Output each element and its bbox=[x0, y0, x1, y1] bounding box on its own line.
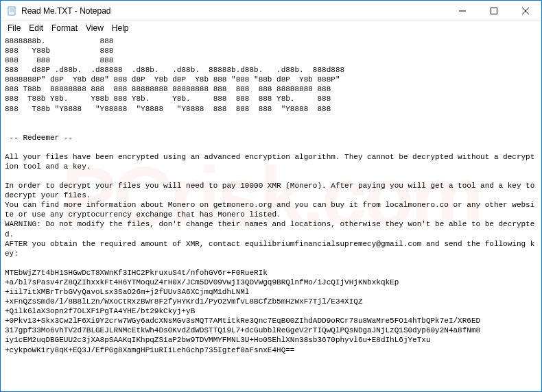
svg-rect-0 bbox=[8, 7, 15, 15]
menu-bar: File Edit Format View Help bbox=[1, 21, 541, 35]
paragraph-warning: WARNING: Do not modify the files, don't … bbox=[5, 220, 534, 238]
maximize-button[interactable] bbox=[478, 1, 510, 21]
window-title: Read Me.TXT - Notepad bbox=[21, 6, 447, 16]
menu-edit[interactable]: Edit bbox=[25, 23, 47, 34]
menu-view[interactable]: View bbox=[82, 23, 108, 34]
svg-rect-5 bbox=[491, 8, 497, 14]
menu-file[interactable]: File bbox=[3, 23, 25, 34]
paragraph-contact: AFTER you obtain the required amount of … bbox=[5, 240, 534, 258]
paragraph-intro: All your files have been encrypted using… bbox=[5, 153, 534, 171]
close-button[interactable] bbox=[510, 1, 541, 21]
text-area[interactable]: 8888888b. 888 888 Y88b 888 888 888 888 8… bbox=[1, 35, 541, 391]
window-titlebar: Read Me.TXT - Notepad bbox=[1, 1, 541, 21]
menu-format[interactable]: Format bbox=[47, 23, 82, 34]
paragraph-monero-info: You can find more information about Mone… bbox=[5, 201, 534, 219]
minimize-button[interactable] bbox=[447, 1, 478, 21]
paragraph-payment: In order to decrypt your files you will … bbox=[5, 182, 539, 199]
encryption-key-block: MTEbWjZ7t4bH1SHGwDcT8XWnKf3IHC2PkruxuS4t… bbox=[5, 269, 480, 354]
window-controls bbox=[447, 1, 541, 21]
menu-help[interactable]: Help bbox=[108, 23, 133, 34]
section-title: -- Redeemer -- bbox=[5, 134, 73, 142]
notepad-icon bbox=[6, 5, 17, 16]
ascii-art-banner: 8888888b. 888 888 Y88b 888 888 888 888 8… bbox=[5, 37, 344, 113]
